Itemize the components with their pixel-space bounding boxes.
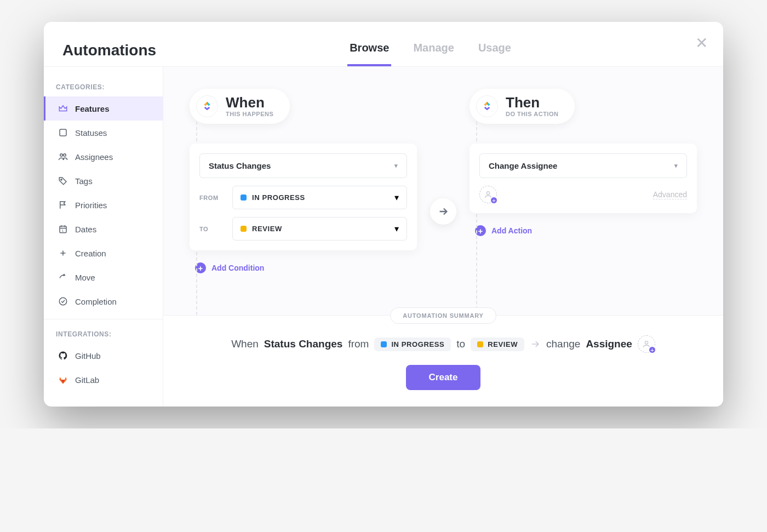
svg-rect-0: [60, 129, 66, 136]
flag-icon: [58, 199, 68, 210]
sidebar-item-label: Assignees: [75, 152, 113, 162]
sidebar-item-features[interactable]: Features: [44, 96, 163, 121]
then-pill: Then DO THIS ACTION: [470, 89, 575, 124]
from-status-label: IN PROGRESS: [252, 193, 389, 202]
status-color: [381, 341, 387, 347]
svg-text:1: 1: [62, 229, 64, 232]
add-action-label: Add Action: [491, 226, 532, 235]
github-icon: [58, 350, 68, 361]
sidebar-item-move[interactable]: Move: [44, 265, 163, 289]
svg-point-3: [61, 179, 62, 180]
sidebar-item-label: Priorities: [75, 201, 107, 210]
sidebar-item-gitlab[interactable]: GitLab: [44, 368, 163, 392]
summary-line: When Status Changes from IN PROGRESS to …: [185, 335, 701, 353]
from-row: FROM IN PROGRESS ▾: [199, 186, 407, 209]
sidebar-divider: [44, 319, 163, 319]
sidebar-item-label: GitHub: [75, 351, 101, 361]
sidebar-item-label: GitLab: [75, 375, 99, 385]
tab-manage[interactable]: Manage: [411, 34, 456, 66]
sidebar-item-creation[interactable]: Creation: [44, 241, 163, 265]
sidebar-item-priorities[interactable]: Priorities: [44, 193, 163, 217]
arrow-right-icon: [430, 198, 456, 225]
svg-point-2: [64, 154, 66, 157]
create-button[interactable]: Create: [406, 365, 481, 390]
tab-usage[interactable]: Usage: [476, 34, 513, 66]
summary-change-word: change: [546, 338, 580, 350]
summary-action: Assignee: [586, 338, 632, 350]
add-condition-label: Add Condition: [211, 264, 264, 272]
trigger-select[interactable]: Status Changes ▾: [199, 153, 407, 178]
summary-to-chip: REVIEW: [471, 337, 524, 351]
sidebar-item-assignees[interactable]: Assignees: [44, 145, 163, 169]
sidebar-item-label: Features: [75, 104, 110, 113]
trigger-label: Status Changes: [209, 161, 271, 170]
summary-section: AUTOMATION SUMMARY When Status Changes f…: [163, 315, 723, 407]
summary-from-chip: IN PROGRESS: [374, 337, 451, 351]
chevron-down-icon: ▾: [394, 192, 399, 203]
chevron-down-icon: ▾: [674, 162, 678, 169]
crown-icon: [58, 103, 68, 114]
svg-point-6: [59, 298, 67, 305]
add-condition-button[interactable]: + Add Condition: [190, 262, 417, 273]
sidebar-item-label: Move: [75, 273, 95, 282]
sidebar-item-dates[interactable]: 1 Dates: [44, 217, 163, 241]
when-subtitle: THIS HAPPENS: [226, 111, 273, 117]
status-color: [477, 341, 483, 347]
action-select[interactable]: Change Assignee ▾: [479, 153, 687, 178]
chevron-down-icon: ▾: [394, 162, 398, 169]
builder: When THIS HAPPENS Status Changes ▾ FROM: [163, 67, 723, 315]
sidebar-item-label: Dates: [75, 225, 96, 234]
summary-heading: AUTOMATION SUMMARY: [390, 307, 496, 324]
sidebar-item-statuses[interactable]: Statuses: [44, 121, 163, 145]
builder-main: When THIS HAPPENS Status Changes ▾ FROM: [163, 67, 723, 407]
when-pill: When THIS HAPPENS: [190, 89, 290, 124]
to-status-select[interactable]: REVIEW ▾: [232, 217, 407, 241]
square-icon: [58, 127, 68, 138]
from-status-select[interactable]: IN PROGRESS ▾: [232, 186, 407, 209]
modal-header: Automations Browse Manage Usage ✕: [44, 22, 723, 67]
when-column: When THIS HAPPENS Status Changes ▾ FROM: [163, 67, 443, 315]
to-row: TO REVIEW ▾: [199, 217, 407, 241]
to-status-label: REVIEW: [252, 225, 389, 233]
assignee-row: + Advanced: [479, 186, 687, 203]
automations-modal: Automations Browse Manage Usage ✕ CATEGO…: [44, 22, 723, 407]
to-label: TO: [199, 226, 225, 232]
when-title: When: [226, 95, 273, 110]
sidebar-item-label: Creation: [75, 249, 106, 258]
close-icon[interactable]: ✕: [695, 34, 708, 52]
svg-point-7: [486, 192, 489, 195]
tag-icon: [58, 175, 68, 186]
from-label: FROM: [199, 195, 225, 201]
then-title: Then: [506, 95, 558, 110]
add-assignee-button[interactable]: +: [479, 186, 497, 203]
summary-to-word: to: [456, 338, 465, 350]
summary-from-word: from: [348, 338, 369, 350]
summary-to-status: REVIEW: [488, 340, 518, 348]
add-action-button[interactable]: + Add Action: [470, 225, 697, 236]
sidebar-item-github[interactable]: GitHub: [44, 344, 163, 368]
svg-point-8: [645, 341, 648, 344]
sidebar-item-label: Tags: [75, 176, 93, 186]
sidebar-item-label: Completion: [75, 297, 117, 306]
advanced-link[interactable]: Advanced: [653, 190, 687, 199]
chevron-down-icon: ▾: [394, 224, 399, 234]
svg-point-1: [60, 154, 63, 157]
trigger-card: Status Changes ▾ FROM IN PROGRESS ▾: [190, 144, 417, 250]
categories-heading: CATEGORIES:: [44, 78, 163, 96]
action-label: Change Assignee: [489, 161, 557, 170]
share-icon: [58, 272, 68, 283]
tab-browse[interactable]: Browse: [347, 34, 391, 66]
summary-trigger: Status Changes: [264, 338, 343, 350]
tabs: Browse Manage Usage: [347, 34, 513, 66]
people-icon: [58, 151, 68, 162]
sidebar: CATEGORIES: Features Statuses Assignees …: [44, 67, 163, 407]
summary-assignee-icon[interactable]: +: [638, 335, 655, 353]
sidebar-item-completion[interactable]: Completion: [44, 289, 163, 313]
plus-badge-icon: +: [490, 196, 498, 204]
modal-body: CATEGORIES: Features Statuses Assignees …: [44, 67, 723, 407]
sidebar-item-tags[interactable]: Tags: [44, 169, 163, 193]
then-subtitle: DO THIS ACTION: [506, 111, 558, 117]
sidebar-item-label: Statuses: [75, 128, 107, 138]
action-card: Change Assignee ▾ + Advanced: [470, 144, 697, 213]
status-color: [241, 195, 247, 201]
